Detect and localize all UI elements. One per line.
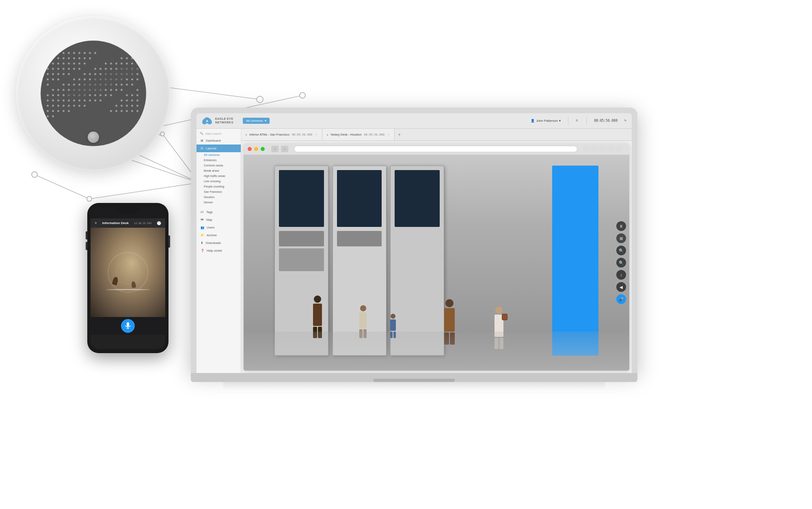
fisheye-inner-ring xyxy=(116,260,140,285)
back-button[interactable]: ‹ xyxy=(271,146,279,152)
speaker-body xyxy=(16,16,171,170)
forward-button[interactable]: › xyxy=(281,146,288,152)
pause-button[interactable]: ⏸ xyxy=(616,221,626,231)
camera-select-dropdown[interactable]: All cameras ▾ xyxy=(243,118,270,124)
phone-screen: × Information Desk 12:36:25.543 🕐 xyxy=(91,207,165,349)
close-button[interactable] xyxy=(248,147,252,151)
sidebar-item-archive[interactable]: 📁 Archive xyxy=(197,231,241,239)
logo-text: EAGLE EYE NETWORKS xyxy=(215,117,233,124)
app-sidebar: 🔍 Video search ⊞ Dashboard ⊡ Layouts xyxy=(197,129,241,373)
phone-header: × Information Desk 12:36:25.543 🕐 xyxy=(91,218,165,228)
users-icon: 👥 xyxy=(201,226,204,229)
svg-rect-16 xyxy=(127,322,129,326)
video-controls-right: ⏸ ⊞ 🔍 🔍 ↕ ◀ 🎤 xyxy=(616,221,626,304)
laptop-screen-outer: EAGLE EYE NETWORKS All cameras ▾ 👤 John … xyxy=(191,108,637,373)
sidebar-item-dashboard[interactable]: ⊞ Dashboard xyxy=(197,137,241,145)
header-edit-icon[interactable]: ✎ xyxy=(624,119,627,123)
sidebar-sub-line-crossing[interactable]: Line crossing xyxy=(197,179,241,184)
zoom-in-button[interactable]: 🔍 xyxy=(616,258,626,267)
archive-icon: 📁 xyxy=(201,233,204,237)
inner-browser-window: ‹ › xyxy=(244,143,629,371)
downloads-icon: ⬇ xyxy=(201,241,203,245)
phone-video-feed xyxy=(91,228,165,317)
dashboard-icon: ⊞ xyxy=(201,139,203,142)
phone-mic-bar xyxy=(91,317,165,335)
url-search-bar[interactable] xyxy=(294,146,577,152)
sidebar-sub-san-francisco[interactable]: San Francisco xyxy=(197,189,241,194)
inner-toolbar: ‹ › xyxy=(271,146,288,152)
eagle-icon xyxy=(201,116,213,125)
eagle-eye-app: EAGLE EYE NETWORKS All cameras ▾ 👤 John … xyxy=(197,113,632,373)
sidebar-sub-people-counting[interactable]: People counting xyxy=(197,184,241,189)
laptop-screen-inner: EAGLE EYE NETWORKS All cameras ▾ 👤 John … xyxy=(197,113,632,373)
sidebar-item-map[interactable]: 🗺 Map xyxy=(197,216,241,224)
video-main-view: ⏸ ⊞ 🔍 🔍 ↕ ◀ 🎤 xyxy=(244,155,629,371)
camera-tab-notary[interactable]: ● Notary Desk - Houston 08:05:56.000 ⋮ xyxy=(322,129,395,140)
camera-tab-atm[interactable]: ● Interior ATMs - San Francisco 08:05:56… xyxy=(241,129,322,140)
tags-icon: 🏷 xyxy=(201,210,204,214)
sidebar-item-downloads[interactable]: ⬇ Downloads xyxy=(197,239,241,247)
header-time: 08:05:56.000 xyxy=(594,119,618,123)
blue-accent-panel xyxy=(552,166,598,356)
atm-camera-feed xyxy=(244,155,629,371)
sidebar-sub-entrances[interactable]: Entrances xyxy=(197,157,241,163)
svg-point-9 xyxy=(87,196,92,201)
zoom-out-button[interactable]: 🔍 xyxy=(616,246,626,255)
play-back-button[interactable]: ◀ xyxy=(616,282,626,292)
share-button[interactable] xyxy=(583,146,590,152)
sidebar-item-users[interactable]: 👥 Users xyxy=(197,224,241,231)
sidebar-item-help[interactable]: ❓ Help center xyxy=(197,247,241,254)
inner-toolbar-right xyxy=(583,146,622,152)
add-camera-tab-button[interactable]: + xyxy=(395,129,404,140)
phone-camera-time: 12:36:25.543 xyxy=(134,222,151,224)
phone-power-button xyxy=(168,235,170,248)
inner-titlebar: ‹ › xyxy=(244,143,629,155)
phone-clock-icon: 🕐 xyxy=(157,221,161,225)
sidebar-item-tags[interactable]: 🏷 Tags xyxy=(197,208,241,216)
mic-icon xyxy=(125,322,131,330)
app-header: EAGLE EYE NETWORKS All cameras ▾ 👤 John … xyxy=(197,113,632,129)
sidebar-item-layouts[interactable]: ⊡ Layouts xyxy=(197,145,241,152)
phone-notch xyxy=(116,207,140,214)
header-user: 👤 John Patterson ▾ xyxy=(531,119,561,123)
laptop-device: EAGLE EYE NETWORKS All cameras ▾ 👤 John … xyxy=(191,108,637,390)
minimize-button[interactable] xyxy=(254,147,258,151)
sidebar-sub-houston[interactable]: Houston xyxy=(197,194,241,200)
sidebar-search[interactable]: 🔍 Video search xyxy=(197,130,241,137)
phone-device: × Information Desk 12:36:25.543 🕐 xyxy=(87,203,168,353)
header-flag: 🏳 xyxy=(576,119,579,123)
maximize-button[interactable] xyxy=(261,147,265,151)
help-icon: ❓ xyxy=(201,249,204,252)
sidebar-sub-all-cameras[interactable]: All cameras xyxy=(197,152,241,157)
mic-button[interactable]: 🎤 xyxy=(616,294,626,304)
phone-close-button[interactable]: × xyxy=(95,221,97,225)
svg-point-13 xyxy=(257,96,263,103)
sidebar-toggle-button[interactable] xyxy=(599,146,606,152)
sidebar-sub-common-areas[interactable]: Common areas xyxy=(197,163,241,168)
sidebar-sub-high-traffic[interactable]: High traffic areas xyxy=(197,173,241,179)
phone-vol-down-button xyxy=(86,242,87,250)
sidebar-sub-break-areas[interactable]: Break areas xyxy=(197,168,241,173)
svg-point-14 xyxy=(300,93,305,98)
phone-vol-up-button xyxy=(86,231,87,239)
grid-view-button[interactable]: ⊞ xyxy=(616,233,626,243)
layouts-icon: ⊡ xyxy=(201,147,203,150)
app-content: ● Interior ATMs - San Francisco 08:05:56… xyxy=(241,129,632,373)
bookmark-button[interactable] xyxy=(591,146,598,152)
phone-mic-button[interactable] xyxy=(121,319,135,333)
phone-camera-title: Information Desk xyxy=(102,221,129,225)
sort-button[interactable]: ↕ xyxy=(616,270,626,280)
speaker-grille xyxy=(41,41,146,146)
tab-overview-button[interactable] xyxy=(615,146,622,152)
fullscreen-button[interactable] xyxy=(607,146,614,152)
phone-body: × Information Desk 12:36:25.543 🕐 xyxy=(87,203,168,353)
svg-line-5 xyxy=(89,183,199,199)
app-logo: EAGLE EYE NETWORKS xyxy=(201,116,238,125)
sidebar-sub-denver[interactable]: Denver xyxy=(197,200,241,205)
speaker-device xyxy=(8,8,179,179)
laptop-base xyxy=(191,373,637,382)
app-body: 🔍 Video search ⊞ Dashboard ⊡ Layouts xyxy=(197,129,632,373)
laptop-reflection xyxy=(223,382,605,390)
camera-tabs-bar: ● Interior ATMs - San Francisco 08:05:56… xyxy=(241,129,632,141)
scene: EAGLE EYE NETWORKS All cameras ▾ 👤 John … xyxy=(0,0,812,509)
